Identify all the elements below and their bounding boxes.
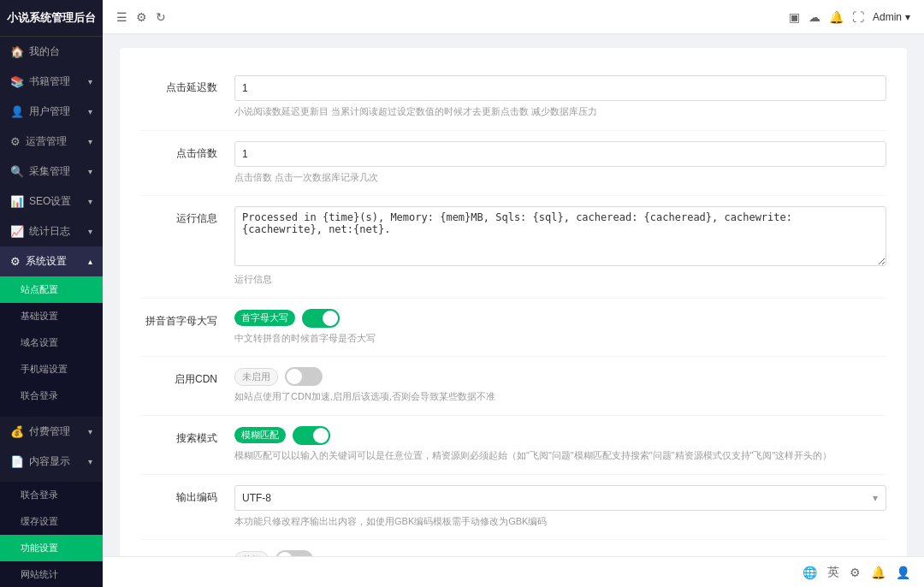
toggle-search-mode[interactable] [293, 426, 330, 445]
sidebar-item-users[interactable]: 👤 用户管理 ▾ [0, 97, 103, 127]
chevron-down-icon: ▾ [88, 107, 92, 116]
sidebar-item-operations[interactable]: ⚙ 运营管理 ▾ [0, 127, 103, 157]
topbar-left: ☰ ⚙ ↻ [116, 10, 166, 24]
label-encoding: 输出编码 [140, 485, 217, 505]
content-run-info: Processed in {time}(s), Memory: {mem}MB,… [234, 206, 886, 288]
sidebar-item-func2[interactable]: 功能设置 [0, 535, 103, 561]
sidebar-item-stats[interactable]: 📈 统计日志 ▾ [0, 216, 103, 246]
form-row-cdn: 启用CDN 未启用 如站点使用了CDN加速,启用后该选项,否则会导致某些数据不准 [140, 357, 886, 416]
hint-click-count: 点击倍数 点击一次数据库记录几次 [234, 170, 886, 186]
toggle-cdn[interactable] [285, 367, 323, 386]
sidebar-item-crawl[interactable]: 🔍 采集管理 ▾ [0, 157, 103, 187]
sidebar-item-dashboard[interactable]: 🏠 我的台 [0, 37, 103, 67]
hint-click-delay: 小说阅读数延迟更新目 当累计阅读超过设定数值的时候才去更新点击数 减少数据库压力 [234, 104, 886, 120]
screen-icon[interactable]: ▣ [789, 10, 800, 24]
sidebar-item-label: 付费管理 [29, 424, 70, 439]
admin-label: Admin [873, 11, 902, 23]
badge-cdn: 未启用 [234, 368, 278, 386]
sidebar-item-system[interactable]: ⚙ 系统设置 ▴ [0, 246, 103, 276]
content-click-count: 点击倍数 点击一次数据库记录几次 [234, 141, 886, 186]
toggle-flow-stats[interactable] [275, 550, 313, 556]
sidebar-item-mobile[interactable]: 手机端设置 [0, 356, 103, 382]
sidebar-item-basic[interactable]: 基础设置 [0, 303, 103, 329]
content-click-delay: 小说阅读数延迟更新目 当累计阅读超过设定数值的时候才去更新点击数 减少数据库压力 [234, 75, 886, 120]
settings-icon[interactable]: ⚙ [136, 10, 147, 24]
system-icon: ⚙ [10, 255, 21, 268]
label-click-delay: 点击延迟数 [140, 75, 217, 95]
chevron-up-icon: ▴ [88, 257, 92, 266]
chevron-down-icon: ▾ [88, 197, 92, 206]
sidebar-item-label: SEO设置 [29, 194, 71, 209]
cloud-icon[interactable]: ☁ [808, 10, 820, 24]
globe-icon[interactable]: 🌐 [803, 566, 817, 579]
form-card: 点击延迟数 小说阅读数延迟更新目 当累计阅读超过设定数值的时候才去更新点击数 减… [120, 48, 907, 556]
form-row-click-count: 点击倍数 点击倍数 点击一次数据库记录几次 [140, 131, 886, 197]
content-icon: 📄 [10, 455, 24, 468]
bell-icon[interactable]: 🔔 [829, 10, 844, 24]
sidebar-item-label: 书籍管理 [29, 74, 70, 89]
label-pinyin-upper: 拼音首字母大写 [140, 309, 217, 329]
sidebar-item-content[interactable]: 📄 内容显示 ▾ [0, 447, 103, 477]
sidebar-item-domain[interactable]: 域名设置 [0, 329, 103, 356]
input-click-delay[interactable] [234, 75, 886, 101]
badge-search-mode: 模糊匹配 [234, 427, 286, 443]
books-icon: 📚 [10, 75, 24, 88]
bottom-bar: 🌐 英 ⚙ 🔔 👤 [103, 556, 924, 587]
sidebar-item-label: 我的台 [29, 44, 60, 59]
sidebar-item-seo[interactable]: 📊 SEO设置 ▾ [0, 187, 103, 216]
badge-pinyin-upper: 首字母大写 [234, 310, 295, 326]
content-cdn: 未启用 如站点使用了CDN加速,启用后该选项,否则会导致某些数据不准 [234, 367, 886, 405]
payment-icon: 💰 [10, 425, 24, 438]
form-row-search-mode: 搜索模式 模糊匹配 模糊匹配可以以输入的关键词可以是任意位置，精资源则必须起始（… [140, 416, 886, 475]
label-flow-stats: 启用流量统计 [140, 550, 217, 556]
sidebar-logo: 小说系统管理后台 [0, 0, 103, 37]
sidebar-item-label: 运营管理 [26, 134, 67, 149]
sidebar-item-cache[interactable]: 缓存设置 [0, 409, 103, 417]
select-encoding[interactable]: UTF-8 GBK [234, 485, 886, 511]
user-bottom-icon[interactable]: 👤 [896, 566, 910, 579]
fullscreen-icon[interactable]: ⛶ [852, 10, 864, 24]
hint-pinyin-upper: 中文转拼音的时候首字母是否大写 [234, 331, 886, 347]
sidebar-item-label: 统计日志 [29, 224, 70, 239]
lang-icon[interactable]: 英 [827, 565, 839, 580]
input-click-count[interactable] [234, 141, 886, 167]
sidebar-item-label: 内容显示 [29, 454, 70, 469]
chevron-down-icon: ▾ [88, 77, 92, 86]
system-submenu2: 联合登录 缓存设置 功能设置 网站统计 付费管理 内容显示 [0, 482, 103, 587]
label-search-mode: 搜索模式 [140, 426, 217, 446]
topbar: ☰ ⚙ ↻ ▣ ☁ 🔔 ⛶ Admin ▾ [103, 0, 924, 34]
refresh-icon[interactable]: ↻ [156, 10, 166, 24]
sidebar-item-site-config[interactable]: 站点配置 [0, 276, 103, 303]
chevron-down-icon: ▾ [88, 457, 92, 466]
system-submenu: 站点配置 基础设置 域名设置 手机端设置 联合登录 缓存设置 功能设置 网站统计 [0, 276, 103, 417]
sidebar-item-web-stats2[interactable]: 网站统计 [0, 561, 103, 587]
sidebar: 小说系统管理后台 🏠 我的台 📚 书籍管理 ▾ 👤 用户管理 ▾ ⚙ 运营管理 … [0, 0, 103, 587]
admin-button[interactable]: Admin ▾ [873, 11, 910, 23]
sidebar-item-label: 用户管理 [29, 104, 70, 119]
sidebar-item-label: 采集管理 [29, 164, 70, 179]
hint-encoding: 本功能只修改程序输出出内容，如使用GBK编码模板需手动修改为GBK编码 [234, 514, 886, 530]
sidebar-item-books[interactable]: 📚 书籍管理 ▾ [0, 67, 103, 97]
settings-bottom-icon[interactable]: ⚙ [850, 566, 861, 579]
home-icon: 🏠 [10, 45, 24, 58]
crawl-icon: 🔍 [10, 165, 24, 178]
menu-icon[interactable]: ☰ [116, 10, 127, 24]
main-container: ☰ ⚙ ↻ ▣ ☁ 🔔 ⛶ Admin ▾ 点击延迟数 小说阅读数延迟更新目 当… [103, 0, 924, 587]
toggle-pinyin-upper[interactable] [302, 309, 340, 328]
sidebar-item-union-login[interactable]: 联合登录 [0, 382, 103, 409]
content-area: 点击延迟数 小说阅读数延迟更新目 当累计阅读超过设定数值的时候才去更新点击数 减… [103, 34, 924, 556]
sidebar-item-union-login2[interactable]: 联合登录 [0, 482, 103, 508]
chevron-down-icon: ▾ [905, 11, 910, 23]
sidebar-item-payment[interactable]: 💰 付费管理 ▾ [0, 417, 103, 447]
sidebar-item-cache2[interactable]: 缓存设置 [0, 508, 103, 535]
label-cdn: 启用CDN [140, 367, 217, 387]
hint-cdn: 如站点使用了CDN加速,启用后该选项,否则会导致某些数据不准 [234, 389, 886, 405]
hint-run-info: 运行信息 [234, 272, 886, 288]
textarea-run-info[interactable]: Processed in {time}(s), Memory: {mem}MB,… [234, 206, 886, 266]
sidebar-item-label: 系统设置 [26, 254, 67, 269]
hint-search-mode: 模糊匹配可以以输入的关键词可以是任意位置，精资源则必须起始（如"飞阅"问题"模糊… [234, 448, 886, 464]
content-pinyin-upper: 首字母大写 中文转拼音的时候首字母是否大写 [234, 309, 886, 347]
toggle-wrap-flow: 关闭 [234, 550, 886, 556]
bell-bottom-icon[interactable]: 🔔 [871, 566, 886, 579]
content-search-mode: 模糊匹配 模糊匹配可以以输入的关键词可以是任意位置，精资源则必须起始（如"飞阅"… [234, 426, 886, 464]
